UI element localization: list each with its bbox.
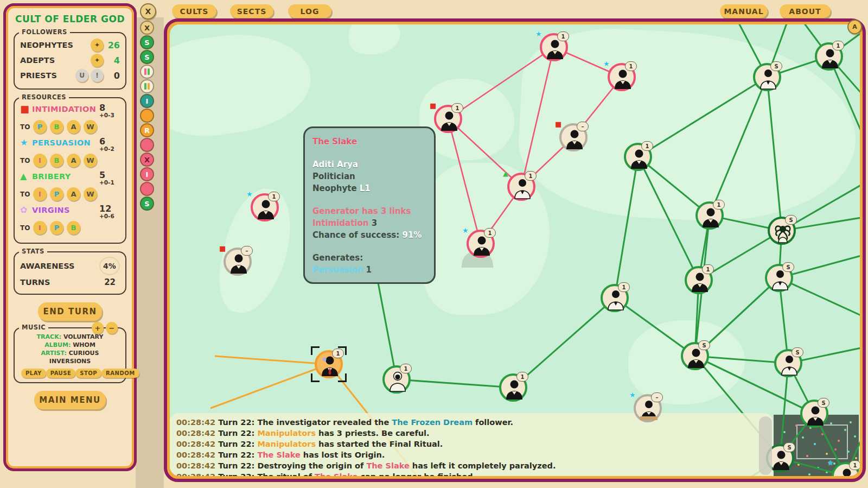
convert-to-P-button[interactable]: P [50, 187, 63, 201]
about-button[interactable]: ABOUT [780, 4, 831, 18]
random-button[interactable]: RANDOM [101, 369, 139, 378]
follower-node[interactable]: 1 [815, 42, 843, 71]
node-level-badge: S [782, 262, 794, 272]
follower-node[interactable]: S [765, 264, 793, 292]
follower-node[interactable]: –★ [634, 394, 662, 422]
convert-to-W-button[interactable]: W [84, 187, 97, 201]
follower-node[interactable]: 1★ [540, 33, 568, 61]
main-menu-button[interactable]: MAIN MENU [34, 391, 106, 409]
follower-node[interactable]: S [800, 400, 828, 428]
end-turn-button[interactable]: END TURN [38, 302, 102, 321]
convert-to-B-button[interactable]: B [67, 221, 80, 235]
convert-to-I-button[interactable]: I [33, 221, 47, 235]
convert-to-A-button[interactable]: A [67, 154, 80, 167]
convert-to-W-button[interactable]: W [84, 154, 97, 167]
triangle-resource-icon: ▲ [20, 171, 32, 182]
log-text: Destroying the origin of [257, 461, 366, 470]
resource-delta: +0-6 [99, 213, 120, 219]
track-value: VOLUNTARY [63, 333, 103, 340]
follower-node[interactable]: 1★ [251, 193, 279, 221]
convert-to-A-button[interactable]: A [67, 120, 80, 134]
log-text: can no longer be finished. [358, 472, 476, 476]
convert-to-I-button[interactable]: I [33, 187, 47, 201]
follower-action-button[interactable]: ! [91, 69, 104, 82]
follower-action-button[interactable]: U [75, 69, 88, 82]
sect-green-3-icon[interactable]: S [140, 197, 154, 211]
music-volume-down-button[interactable]: − [106, 322, 118, 334]
log-timestamp: 00:28:42 [176, 451, 215, 459]
follower-node[interactable]: 1■ [434, 105, 462, 133]
follower-node[interactable]: 1 [382, 365, 411, 394]
follower-node[interactable]: S [753, 63, 781, 91]
x-marker-icon[interactable]: X [140, 21, 154, 35]
play-button[interactable]: PLAY [21, 369, 46, 378]
follower-node[interactable]: 1★ [608, 63, 636, 91]
log-entry: 00:28:42 Turn 22: The Slake has lost its… [176, 449, 773, 460]
close-sidebar-button[interactable]: X [140, 3, 156, 20]
pink-blank-2-icon[interactable] [140, 182, 154, 196]
follower-action-button[interactable]: ✦ [91, 39, 104, 52]
orange-blank-icon[interactable] [140, 109, 154, 123]
log-timestamp: 00:28:42 [176, 461, 215, 470]
follower-node[interactable]: 1 [685, 266, 713, 294]
convert-to-P-button[interactable]: P [50, 221, 63, 235]
stop-button[interactable]: STOP [75, 369, 101, 378]
follower-type-label: ADEPTS [20, 56, 55, 65]
r-orange-icon[interactable]: R [140, 123, 154, 137]
follower-node[interactable]: –■ [559, 123, 588, 151]
world-map[interactable]: 1★1★1■–■1▲1★1★–■1 1S11S11SSS11–★SS1★ 00:… [170, 24, 860, 476]
follower-node[interactable]: 1 [624, 143, 652, 171]
node-level-badge: 1 [713, 200, 725, 210]
album-value: WHOM [73, 341, 95, 348]
event-log[interactable]: 00:28:42 Turn 22: The investigator revea… [170, 413, 773, 476]
log-turn: Turn 22: [218, 418, 254, 427]
sects-button[interactable]: SECTS [230, 4, 273, 18]
convert-to-A-button[interactable]: A [67, 187, 80, 201]
convert-to-W-button[interactable]: W [84, 120, 97, 134]
node-level-badge: – [651, 392, 663, 402]
square-resource-marker-icon: ■ [555, 120, 561, 128]
tooltip-generates: Persuasion 1 [312, 264, 427, 276]
follower-node[interactable]: –■ [224, 248, 252, 276]
convert-to-I-button[interactable]: I [33, 154, 47, 167]
node-level-badge: 1 [484, 228, 496, 238]
follower-node[interactable]: S [774, 349, 802, 377]
follower-node[interactable]: 1 [695, 201, 724, 230]
follower-node[interactable]: 1★ [467, 230, 495, 258]
sect-green-1-icon[interactable]: S [140, 35, 154, 49]
convert-to-P-button[interactable]: P [33, 120, 47, 134]
tooltip-generator-links: Generator has 3 links [312, 205, 427, 217]
bars-pink-green-icon[interactable] [140, 65, 154, 79]
follower-node[interactable]: 1 [601, 284, 629, 312]
convert-to-B-button[interactable]: B [50, 120, 63, 134]
follower-node[interactable]: S [681, 342, 709, 370]
convert-to-B-button[interactable]: B [50, 154, 63, 167]
follower-node[interactable]: 1▲ [507, 173, 535, 201]
follower-action-button[interactable]: ✦ [91, 54, 104, 67]
music-volume-up-button[interactable]: + [92, 322, 104, 334]
sect-green-2-icon[interactable]: S [140, 50, 154, 64]
log-turn: Turn 22: [218, 472, 254, 476]
log-scrollbar[interactable] [759, 416, 772, 475]
tooltip-chance: Chance of success: 91% [312, 229, 427, 241]
pink-blank-1-icon[interactable] [140, 138, 154, 152]
node-level-badge: S [792, 347, 803, 357]
follower-node[interactable]: S [768, 217, 796, 245]
green-link [615, 157, 638, 298]
resource-delta: +0-1 [99, 179, 120, 186]
selected-follower-node[interactable]: 1 [315, 350, 343, 378]
tooltip-role: Politician [312, 170, 427, 182]
cults-button[interactable]: CULTS [172, 4, 216, 18]
bars-green-orange-icon[interactable] [140, 79, 154, 93]
map-corner-a-button[interactable]: A [847, 20, 862, 34]
log-timestamp: 00:28:42 [176, 440, 215, 448]
node-level-badge: 1 [702, 264, 714, 274]
green-link [638, 157, 699, 280]
log-button[interactable]: LOG [288, 4, 331, 18]
i-teal-icon[interactable]: I [140, 94, 154, 108]
manual-button[interactable]: MANUAL [720, 4, 768, 18]
pause-button[interactable]: PAUSE [46, 369, 76, 378]
i-pink-icon[interactable]: I [140, 167, 154, 181]
x-pink-icon[interactable]: X [140, 153, 154, 167]
follower-node[interactable]: 1 [499, 373, 527, 402]
